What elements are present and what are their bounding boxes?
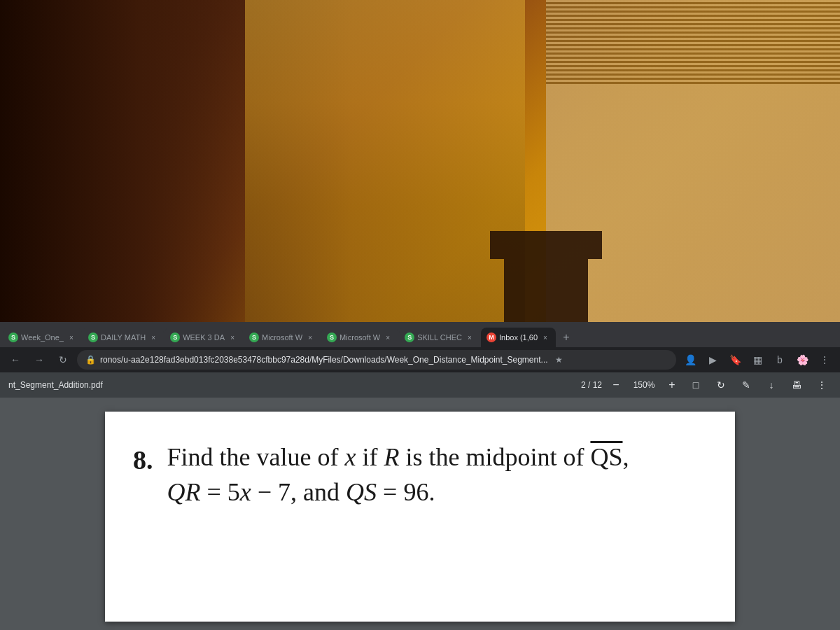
- tab-close-1[interactable]: ×: [66, 332, 76, 342]
- edit-button[interactable]: ✎: [736, 375, 756, 395]
- download-pdf-button[interactable]: ↓: [762, 375, 781, 395]
- tab-label-3: WEEK 3 DA: [183, 333, 225, 342]
- tab-favicon-5: S: [327, 332, 337, 342]
- problem-container: 8. Find the value of x if R is the midpo…: [133, 440, 693, 510]
- pdf-page: 8. Find the value of x if R is the midpo…: [105, 412, 735, 622]
- tab-close-3[interactable]: ×: [227, 332, 237, 342]
- zoom-out-button[interactable]: −: [608, 377, 624, 393]
- tab-close-2[interactable]: ×: [148, 332, 158, 342]
- tab-label-2: DAILY MATH: [101, 333, 146, 342]
- room-center-window: [245, 0, 525, 343]
- problem-text: Find the value of x if R is the midpoint…: [167, 440, 629, 510]
- tab-skill-check[interactable]: S SKILL CHEC ×: [399, 328, 480, 347]
- segment-QS: QS: [590, 443, 622, 471]
- extensions-icon[interactable]: ▦: [748, 350, 767, 370]
- puzzle-icon[interactable]: 🌸: [792, 350, 812, 370]
- tab-microsoft-1[interactable]: S Microsoft W ×: [244, 328, 321, 347]
- play-icon[interactable]: ▶: [703, 350, 722, 370]
- tab-favicon-4: S: [249, 332, 259, 342]
- zoom-in-button[interactable]: +: [664, 377, 680, 393]
- reload-button[interactable]: ↻: [53, 350, 73, 370]
- tab-week3[interactable]: S WEEK 3 DA ×: [164, 328, 243, 347]
- lock-icon: 🔒: [85, 355, 96, 365]
- bookmark-icon[interactable]: ★: [555, 355, 563, 365]
- pdf-controls: 2 / 12 − 150% + □ ↻: [581, 375, 731, 395]
- url-text: ronos/u-aa2e128fad3ebd013fc2038e53478cfb…: [100, 355, 548, 365]
- tab-daily-math[interactable]: S DAILY MATH ×: [83, 328, 164, 347]
- blinds-right: [546, 0, 840, 343]
- room-background: [0, 0, 840, 343]
- problem-line-2: QR = 5x − 7, and QS = 96.: [167, 475, 629, 510]
- tab-close-4[interactable]: ×: [305, 332, 315, 342]
- menu-icon[interactable]: ⋮: [815, 350, 834, 370]
- tab-favicon-7: M: [486, 332, 496, 342]
- tab-favicon-2: S: [88, 332, 98, 342]
- new-tab-button[interactable]: +: [556, 328, 576, 347]
- more-options-button[interactable]: ⋮: [812, 375, 832, 395]
- fit-page-button[interactable]: □: [686, 375, 706, 395]
- zoom-level: 150%: [630, 380, 658, 390]
- rotate-button[interactable]: ↻: [711, 375, 731, 395]
- tab-close-5[interactable]: ×: [383, 332, 393, 342]
- tab-label-7: Inbox (1,60: [499, 333, 538, 342]
- pdf-toolbar: nt_Segment_Addition.pdf 2 / 12 − 150% + …: [0, 372, 840, 398]
- tab-bar: S Week_One_ × S DAILY MATH × S WEEK 3 DA…: [0, 322, 840, 347]
- tab-inbox[interactable]: M Inbox (1,60 ×: [481, 328, 556, 347]
- profile-icon[interactable]: 👤: [680, 350, 700, 370]
- bookmark-manager-icon[interactable]: 🔖: [725, 350, 745, 370]
- tab-microsoft-2[interactable]: S Microsoft W ×: [321, 328, 398, 347]
- tab-favicon-3: S: [170, 332, 180, 342]
- tab-label-5: Microsoft W: [340, 333, 380, 342]
- pdf-content-area: 8. Find the value of x if R is the midpo…: [0, 398, 840, 630]
- address-bar-row: ← → ↻ 🔒 ronos/u-aa2e128fad3ebd013fc2038e…: [0, 347, 840, 372]
- tab-label-6: SKILL CHEC: [417, 333, 462, 342]
- problem-line-1: Find the value of x if R is the midpoint…: [167, 440, 629, 475]
- tab-favicon-1: S: [8, 332, 18, 342]
- address-bar[interactable]: 🔒 ronos/u-aa2e128fad3ebd013fc2038e53478c…: [77, 350, 676, 370]
- print-button[interactable]: 🖶: [787, 375, 806, 395]
- problem-number: 8.: [133, 440, 153, 473]
- pdf-page-info: 2 / 12: [581, 380, 602, 390]
- toolbar-icons: 👤 ▶ 🔖 ▦ b 🌸 ⋮: [680, 350, 834, 370]
- forward-button[interactable]: →: [29, 350, 49, 370]
- download-icon[interactable]: b: [770, 350, 790, 370]
- pdf-filename: nt_Segment_Addition.pdf: [8, 380, 575, 390]
- tab-favicon-6: S: [405, 332, 414, 342]
- tab-week-one[interactable]: S Week_One_ ×: [3, 328, 82, 347]
- tab-label-1: Week_One_: [21, 333, 64, 342]
- back-button[interactable]: ←: [6, 350, 25, 370]
- tab-close-6[interactable]: ×: [465, 332, 475, 342]
- tab-close-7[interactable]: ×: [540, 332, 550, 342]
- tab-label-4: Microsoft W: [262, 333, 302, 342]
